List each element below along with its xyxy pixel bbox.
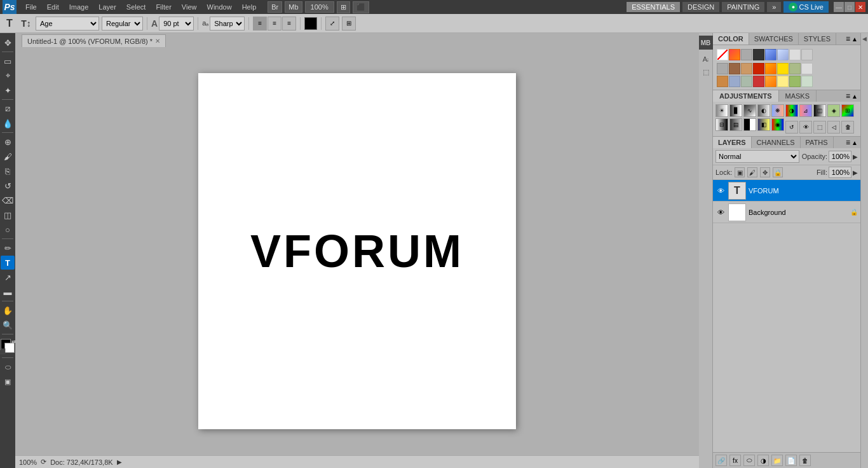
- layers-panel-collapse[interactable]: ▲: [851, 139, 858, 146]
- layer-item-vforum[interactable]: 👁 T VFORUM: [713, 180, 860, 202]
- document-tab[interactable]: Untitled-1 @ 100% (VFORUM, RGB/8) * ✕: [22, 34, 166, 47]
- lock-position[interactable]: ✥: [760, 167, 770, 177]
- layer-delete-btn[interactable]: 🗑: [799, 455, 811, 466]
- adj-hsl[interactable]: ◑: [785, 104, 798, 117]
- right-panel-collapse-strip[interactable]: ◀: [860, 33, 868, 468]
- menu-layer[interactable]: Layer: [93, 2, 121, 12]
- font-family-select[interactable]: Age: [36, 17, 99, 31]
- maximize-btn[interactable]: □: [844, 2, 855, 12]
- eyedropper-tool[interactable]: 💧: [1, 116, 15, 130]
- adj-panel-menu[interactable]: ≡: [846, 92, 850, 100]
- adj-channelmixer[interactable]: ⊞: [841, 104, 854, 117]
- tab-adjustments[interactable]: ADJUSTMENTS: [713, 90, 779, 102]
- swatch-item[interactable]: [801, 63, 813, 74]
- layer-new-btn[interactable]: 📄: [785, 455, 797, 466]
- align-center-btn[interactable]: ≡: [268, 17, 281, 31]
- mini-bridge-btn[interactable]: Mb: [285, 1, 302, 13]
- adj-posterize[interactable]: ▤: [729, 118, 742, 131]
- workspace-design[interactable]: DESIGN: [682, 2, 719, 12]
- layer-link-btn[interactable]: 🔗: [715, 455, 727, 466]
- adj-colorbalance[interactable]: ⊿: [799, 104, 812, 117]
- adj-visibility[interactable]: 👁: [799, 121, 812, 134]
- swatch-item[interactable]: [765, 76, 776, 87]
- adj-levels[interactable]: ▊: [729, 104, 742, 117]
- rect-select-tool[interactable]: ▭: [1, 54, 15, 68]
- layers-panel-menu[interactable]: ≡: [846, 138, 850, 147]
- brush-tool[interactable]: 🖌: [1, 149, 15, 163]
- swatch-no-color[interactable]: [717, 49, 728, 60]
- antialias-select[interactable]: Sharp: [210, 17, 245, 31]
- adj-bw[interactable]: ◫: [813, 104, 826, 117]
- adj-panel-collapse[interactable]: ▲: [851, 93, 858, 100]
- bridge-btn[interactable]: Br: [268, 1, 282, 13]
- swatch-item[interactable]: [729, 49, 740, 60]
- color-panel-collapse[interactable]: ▲: [851, 36, 858, 43]
- refine-icon[interactable]: ⬚: [700, 66, 712, 78]
- swap-colors[interactable]: ⇄: [11, 339, 16, 345]
- move-tool[interactable]: ✥: [1, 36, 15, 50]
- fill-input[interactable]: [829, 167, 851, 178]
- color-panel-menu[interactable]: ≡: [846, 34, 850, 43]
- menu-select[interactable]: Select: [121, 2, 151, 12]
- menu-edit[interactable]: Edit: [42, 2, 64, 12]
- ai-icon[interactable]: Aᵢ: [700, 53, 712, 65]
- screen-mode-btn2[interactable]: ▣: [1, 375, 15, 389]
- adj-delete[interactable]: 🗑: [841, 121, 854, 134]
- magic-wand-tool[interactable]: ✦: [1, 83, 15, 97]
- quick-mask-btn[interactable]: ⬭: [1, 360, 15, 374]
- tab-channels[interactable]: CHANNELS: [752, 137, 801, 148]
- type-tool[interactable]: T: [1, 256, 15, 270]
- swatch-item[interactable]: [753, 76, 764, 87]
- swatch-item[interactable]: [729, 63, 740, 74]
- swatch-item[interactable]: [777, 63, 789, 74]
- history-tool[interactable]: ↺: [1, 179, 15, 193]
- fill-arrow[interactable]: ▶: [853, 169, 858, 176]
- swatch-item[interactable]: [765, 49, 776, 60]
- align-left-btn[interactable]: ≡: [253, 17, 267, 31]
- layer-eye-vforum[interactable]: 👁: [715, 186, 726, 196]
- tab-layers[interactable]: LAYERS: [713, 137, 752, 148]
- adj-curves[interactable]: ∿: [743, 104, 756, 117]
- shape-tool[interactable]: ▬: [1, 285, 15, 299]
- menu-view[interactable]: View: [177, 2, 202, 12]
- character-panel-btn[interactable]: ⊞: [342, 17, 356, 31]
- tab-swatches[interactable]: SWATCHES: [749, 33, 799, 45]
- adj-selective[interactable]: ◉: [771, 118, 784, 131]
- layer-group-btn[interactable]: 📁: [771, 455, 783, 466]
- swatch-item[interactable]: [717, 63, 728, 74]
- tab-masks[interactable]: MASKS: [779, 90, 817, 102]
- opacity-input[interactable]: [829, 151, 851, 162]
- zoom-reset-btn[interactable]: ⟳: [41, 458, 46, 466]
- layer-eye-background[interactable]: 👁: [715, 207, 726, 217]
- screen-mode-btn[interactable]: ⬛: [353, 1, 369, 13]
- swatch-item[interactable]: [741, 63, 752, 74]
- swatch-item[interactable]: [765, 63, 776, 74]
- swatch-item[interactable]: [801, 76, 813, 87]
- align-right-btn[interactable]: ≡: [282, 17, 296, 31]
- text-color-swatch[interactable]: [304, 17, 317, 30]
- font-style-select[interactable]: Regular: [102, 17, 143, 31]
- lasso-tool[interactable]: ⌖: [1, 69, 15, 83]
- healing-tool[interactable]: ⊕: [1, 135, 15, 149]
- adj-invert[interactable]: ⊟: [715, 118, 728, 131]
- swatch-item[interactable]: [777, 76, 789, 87]
- close-btn[interactable]: ✕: [855, 2, 865, 12]
- mb-icon[interactable]: MB: [699, 36, 713, 50]
- warp-text-btn[interactable]: ⤢: [325, 17, 339, 31]
- lock-all[interactable]: 🔒: [773, 167, 783, 177]
- arrange-btn[interactable]: ⊞: [337, 1, 350, 13]
- menu-image[interactable]: Image: [64, 2, 94, 12]
- layer-fx-btn[interactable]: fx: [729, 455, 741, 466]
- layer-mask-btn[interactable]: ⬭: [743, 455, 755, 466]
- adj-photofilter[interactable]: ◈: [827, 104, 840, 117]
- workspace-essentials[interactable]: ESSENTIALS: [627, 2, 680, 12]
- tab-styles[interactable]: STYLES: [799, 33, 836, 45]
- adj-gradientmap[interactable]: ◧: [757, 118, 770, 131]
- swatch-item[interactable]: [741, 49, 752, 60]
- type-orientation-icon[interactable]: T↕: [19, 17, 33, 31]
- tab-paths[interactable]: PATHS: [801, 137, 834, 148]
- workspace-more[interactable]: »: [767, 2, 781, 12]
- hand-tool[interactable]: ✋: [1, 303, 15, 317]
- adj-brightness[interactable]: ☀: [715, 104, 728, 117]
- zoom-tool[interactable]: 🔍: [1, 318, 15, 332]
